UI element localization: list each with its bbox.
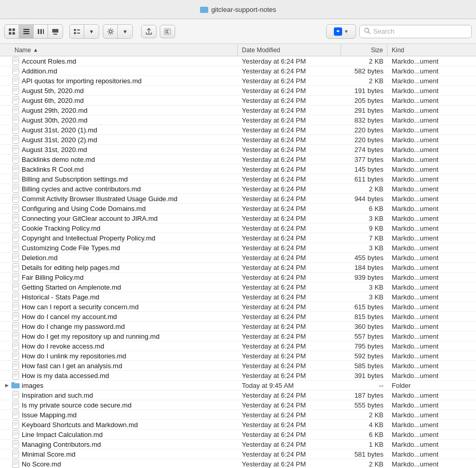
table-row[interactable]: Customizing Code File Types.md Yesterday…: [0, 243, 476, 253]
table-row[interactable]: How can I report a security concern.md Y…: [0, 302, 476, 312]
svg-rect-14: [77, 29, 80, 31]
table-row[interactable]: August 29th, 2020.md Yesterday at 6:24 P…: [0, 105, 476, 115]
table-row[interactable]: Minimal Score.md Yesterday at 6:24 PM 58…: [0, 449, 476, 459]
column-view-btn[interactable]: [34, 25, 48, 38]
table-row[interactable]: How do I get my repository up and runnin…: [0, 331, 476, 341]
doc-icon: [11, 175, 20, 183]
doc-icon: [11, 145, 20, 154]
file-name-cell: How can I report a security concern.md: [0, 302, 238, 311]
col-date-label: Date Modified: [242, 47, 280, 54]
table-row[interactable]: Billing cycles and active contributors.m…: [0, 184, 476, 194]
doc-icon: [11, 244, 20, 252]
table-row[interactable]: How fast can I get an analysis.md Yester…: [0, 361, 476, 371]
table-row[interactable]: How is my data accessed.md Yesterday at …: [0, 371, 476, 381]
doc-icon: [11, 165, 20, 173]
table-row[interactable]: API quotas for importing repositories.md…: [0, 76, 476, 86]
file-kind: Markdo...ument: [388, 362, 476, 370]
table-row[interactable]: How do I revoke access.md Yesterday at 6…: [0, 341, 476, 351]
gallery-view-btn[interactable]: [48, 25, 63, 38]
doc-icon: [11, 361, 20, 370]
table-row[interactable]: Backlinks demo note.md Yesterday at 6:24…: [0, 155, 476, 164]
group-btn-group[interactable]: ▾: [69, 24, 99, 39]
svg-rect-24: [12, 67, 19, 75]
svg-rect-108: [12, 274, 19, 281]
file-name-cell: How is my data accessed.md: [0, 371, 238, 380]
file-date: Yesterday at 6:24 PM: [238, 283, 341, 291]
svg-line-19: [368, 32, 371, 34]
table-row[interactable]: Configuring and Using Code Domains.md Ye…: [0, 204, 476, 214]
file-size: 555 bytes: [341, 401, 388, 409]
table-row[interactable]: August 5th, 2020.md Yesterday at 6:24 PM…: [0, 86, 476, 96]
svg-rect-140: [12, 352, 19, 360]
group-btn[interactable]: [70, 25, 84, 38]
table-row[interactable]: Fair Billing Policy.md Yesterday at 6:24…: [0, 273, 476, 282]
table-row[interactable]: Deletion.md Yesterday at 6:24 PM 455 byt…: [0, 253, 476, 263]
table-row[interactable]: ▶ images Today at 9:45 AM -- Folder: [0, 381, 476, 390]
table-row[interactable]: Line Impact Calculation.md Yesterday at …: [0, 430, 476, 440]
table-row[interactable]: Account Roles.md Yesterday at 6:24 PM 2 …: [0, 56, 476, 66]
share-btn[interactable]: [141, 25, 157, 38]
file-date: Yesterday at 6:24 PM: [238, 234, 341, 242]
file-kind: Markdo...ument: [388, 391, 476, 399]
dropbox-btn[interactable]: ▼: [326, 24, 356, 39]
file-date: Yesterday at 6:24 PM: [238, 126, 341, 134]
table-row[interactable]: Backlinks R Cool.md Yesterday at 6:24 PM…: [0, 164, 476, 174]
table-row[interactable]: Managing Contributors.md Yesterday at 6:…: [0, 440, 476, 449]
col-header-date[interactable]: Date Modified: [238, 44, 341, 56]
table-row[interactable]: Addition.md Yesterday at 6:24 PM 582 byt…: [0, 66, 476, 76]
table-row[interactable]: Commit Activity Browser Illustrated Usag…: [0, 194, 476, 204]
file-date: Yesterday at 6:24 PM: [238, 244, 341, 252]
icon-view-btn[interactable]: [5, 25, 19, 38]
table-row[interactable]: Inspiration and such.md Yesterday at 6:2…: [0, 390, 476, 400]
col-header-name[interactable]: Name ▲: [0, 44, 238, 56]
col-header-kind[interactable]: Kind: [388, 44, 476, 56]
table-row[interactable]: August 31st, 2020 (1).md Yesterday at 6:…: [0, 125, 476, 135]
table-row[interactable]: August 31st, 2020.md Yesterday at 6:24 P…: [0, 145, 476, 155]
col-header-size[interactable]: Size: [341, 44, 388, 56]
file-name-cell: Deletion.md: [0, 253, 238, 262]
table-row[interactable]: Issue Mapping.md Yesterday at 6:24 PM 2 …: [0, 410, 476, 420]
table-row[interactable]: Cookie Tracking Policy.md Yesterday at 6…: [0, 223, 476, 233]
table-row[interactable]: August 6th, 2020.md Yesterday at 6:24 PM…: [0, 96, 476, 105]
table-row[interactable]: Billing and Subscription settings.md Yes…: [0, 174, 476, 184]
file-date: Yesterday at 6:24 PM: [238, 195, 341, 203]
list-view-btn[interactable]: [19, 25, 34, 38]
table-row[interactable]: Details for editing help pages.md Yester…: [0, 263, 476, 273]
file-name-cell: Customizing Code File Types.md: [0, 243, 238, 252]
title-text: gitclear-support-notes: [211, 6, 277, 13]
svg-rect-178: [12, 450, 19, 458]
table-row[interactable]: How do I unlink my repositories.md Yeste…: [0, 351, 476, 361]
table-row[interactable]: August 31st, 2020 (2).md Yesterday at 6:…: [0, 135, 476, 145]
settings-btn-group[interactable]: ▾: [103, 24, 133, 39]
table-row[interactable]: August 30th, 2020.md Yesterday at 6:24 P…: [0, 115, 476, 125]
view-mode-group[interactable]: [4, 24, 63, 39]
table-row[interactable]: No Score.md Yesterday at 6:24 PM 2 KB Ma…: [0, 459, 476, 468]
table-row[interactable]: Connecting your GitClear account to JIRA…: [0, 214, 476, 223]
expand-arrow[interactable]: ▶: [4, 383, 9, 388]
window-title: gitclear-support-notes: [200, 6, 277, 13]
table-row[interactable]: Historical - Stats Page.md Yesterday at …: [0, 292, 476, 302]
file-name-cell: Minimal Score.md: [0, 449, 238, 459]
back-btn[interactable]: [160, 25, 175, 38]
file-kind: Markdo...ument: [388, 460, 476, 468]
table-row[interactable]: How do I cancel my account.md Yesterday …: [0, 312, 476, 322]
table-row[interactable]: Getting Started on Amplenote.md Yesterda…: [0, 282, 476, 292]
doc-icon: [11, 332, 20, 340]
doc-icon: [11, 86, 20, 95]
doc-icon: [11, 273, 20, 281]
settings-dropdown-btn[interactable]: ▾: [118, 25, 132, 38]
search-bar[interactable]: Search: [359, 25, 472, 38]
table-row[interactable]: Keyboard Shortcuts and Markdown.md Yeste…: [0, 420, 476, 430]
file-kind: Markdo...ument: [388, 195, 476, 203]
table-row[interactable]: How do I change my password.md Yesterday…: [0, 322, 476, 331]
file-size: --: [341, 382, 388, 389]
doc-icon: [11, 293, 20, 301]
table-row[interactable]: Copyright and Intellectual Property Poli…: [0, 233, 476, 243]
file-name: Configuring and Using Code Domains.md: [22, 205, 146, 213]
table-row[interactable]: Is my private source code secure.md Yest…: [0, 400, 476, 410]
svg-rect-4: [23, 29, 29, 30]
doc-icon: [11, 283, 20, 291]
svg-rect-100: [12, 254, 19, 262]
group-dropdown-btn[interactable]: ▾: [84, 25, 99, 38]
settings-btn[interactable]: [103, 25, 118, 38]
